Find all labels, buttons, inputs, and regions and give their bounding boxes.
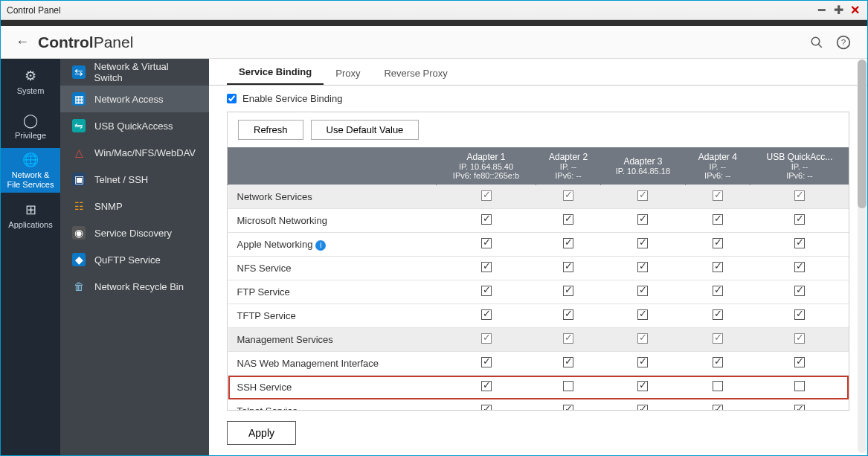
page-title: ControlPanel	[38, 33, 133, 51]
checkbox[interactable]	[637, 357, 648, 367]
checkbox[interactable]	[794, 238, 805, 248]
checkbox[interactable]	[563, 309, 573, 320]
maximize-button[interactable]: ✚	[832, 4, 845, 17]
checkbox[interactable]	[481, 214, 492, 225]
checkbox[interactable]	[563, 238, 573, 248]
subnav-network-access[interactable]: ▦Network Access	[60, 86, 209, 112]
checkbox[interactable]	[563, 262, 573, 272]
subnav-win-mac-nfs-webdav[interactable]: △Win/Mac/NFS/WebDAV	[60, 139, 209, 166]
service-label: Telnet Service	[228, 399, 437, 411]
checkbox[interactable]	[637, 286, 648, 296]
checkbox[interactable]	[713, 190, 723, 201]
nav-label: Applications	[8, 220, 52, 229]
subnav-label: Service Discovery	[94, 228, 172, 239]
checkbox[interactable]	[794, 214, 805, 225]
tab-reverse-proxy[interactable]: Reverse Proxy	[372, 62, 459, 85]
subnav-label: Network Recycle Bin	[94, 281, 184, 292]
checkbox[interactable]	[713, 405, 723, 411]
checkbox[interactable]	[713, 333, 723, 344]
col-adapter-2: Adapter 2IP. --IPv6: --	[536, 147, 601, 185]
checkbox[interactable]	[563, 190, 573, 201]
checkbox[interactable]	[637, 309, 648, 320]
checkbox[interactable]	[563, 333, 573, 344]
subnav-service-discovery[interactable]: ◉Service Discovery	[60, 219, 209, 246]
subnav-quftp-service[interactable]: ◆QuFTP Service	[60, 246, 209, 273]
checkbox[interactable]	[713, 286, 723, 296]
checkbox[interactable]	[637, 405, 648, 411]
subnav-label: Win/Mac/NFS/WebDAV	[94, 147, 196, 158]
scrollbar-thumb[interactable]	[858, 60, 867, 208]
minimize-button[interactable]: ━	[815, 4, 829, 17]
nav-network-file-services[interactable]: 🌐Network &File Services	[1, 148, 60, 193]
checkbox[interactable]	[794, 286, 805, 296]
service-label: TFTP Service	[228, 304, 437, 328]
gear-icon: ⚙	[25, 68, 36, 84]
col-usb-quickaccess: USB QuickAcc...IP. --IPv6: --	[750, 147, 849, 185]
titlebar[interactable]: Control Panel ━ ✚ ✕	[1, 1, 867, 20]
tab-proxy[interactable]: Proxy	[324, 62, 372, 85]
checkbox[interactable]	[481, 357, 492, 367]
checkbox[interactable]	[713, 381, 723, 391]
checkbox[interactable]	[481, 333, 492, 344]
switch-icon: ⇆	[72, 65, 86, 79]
col-service	[228, 147, 437, 185]
use-default-value-button[interactable]: Use Default Value	[311, 120, 419, 140]
checkbox[interactable]	[481, 309, 492, 320]
subnav-telnet-ssh[interactable]: ▣Telnet / SSH	[60, 166, 209, 193]
svg-text:?: ?	[841, 37, 846, 47]
help-icon[interactable]: ?	[835, 33, 852, 51]
checkbox[interactable]	[713, 309, 723, 320]
subnav-snmp[interactable]: ☷SNMP	[60, 193, 209, 219]
checkbox[interactable]	[637, 190, 648, 201]
checkbox[interactable]	[563, 381, 573, 391]
search-icon[interactable]	[808, 33, 826, 51]
subnav-usb-quickaccess[interactable]: ⇋USB QuickAccess	[60, 112, 209, 139]
checkbox[interactable]	[637, 214, 648, 225]
checkbox[interactable]	[637, 333, 648, 344]
checkbox[interactable]	[794, 333, 805, 344]
checkbox[interactable]	[794, 309, 805, 320]
checkbox[interactable]	[794, 262, 805, 272]
refresh-button[interactable]: Refresh	[238, 120, 303, 140]
checkbox[interactable]	[794, 381, 805, 391]
checkbox[interactable]	[563, 357, 573, 367]
checkbox[interactable]	[794, 190, 805, 201]
close-button[interactable]: ✕	[848, 4, 861, 17]
checkbox[interactable]	[481, 381, 492, 391]
info-icon[interactable]: i	[315, 240, 326, 251]
checkbox[interactable]	[713, 357, 723, 367]
checkbox[interactable]	[713, 214, 723, 225]
subnav-network-virtual-switch[interactable]: ⇆Network & Virtual Switch	[60, 59, 209, 86]
usb-icon: ⇋	[72, 119, 86, 132]
checkbox[interactable]	[481, 238, 492, 248]
checkbox[interactable]	[794, 357, 805, 367]
checkbox[interactable]	[637, 262, 648, 272]
checkbox[interactable]	[713, 238, 723, 248]
nav-applications[interactable]: ⊞Applications	[1, 193, 60, 237]
checkbox[interactable]	[563, 286, 573, 296]
checkbox[interactable]	[794, 405, 805, 411]
col-adapter-4: Adapter 4IP. --IPv6: --	[685, 147, 750, 185]
nav-label: System	[17, 86, 45, 95]
checkbox[interactable]	[563, 405, 573, 411]
subnav-label: QuFTP Service	[94, 254, 161, 266]
checkbox[interactable]	[481, 286, 492, 296]
checkbox[interactable]	[481, 262, 492, 272]
tab-service-binding[interactable]: Service Binding	[227, 60, 324, 85]
apply-button[interactable]: Apply	[227, 421, 296, 445]
enable-service-binding-checkbox[interactable]	[227, 94, 237, 103]
checkbox[interactable]	[713, 262, 723, 272]
service-label: NFS Service	[228, 257, 437, 280]
checkbox[interactable]	[563, 214, 573, 225]
nav-system[interactable]: ⚙System	[1, 59, 60, 103]
ftp-icon: ◆	[72, 253, 86, 266]
back-button[interactable]: ←	[16, 34, 30, 50]
checkbox[interactable]	[481, 405, 492, 411]
service-label: FTP Service	[228, 280, 437, 304]
checkbox[interactable]	[481, 190, 492, 201]
checkbox[interactable]	[637, 381, 648, 391]
nav-privilege[interactable]: ◯Privilege	[1, 103, 60, 148]
subnav-network-recycle-bin[interactable]: 🗑Network Recycle Bin	[60, 273, 209, 300]
left-nav: ⚙System ◯Privilege 🌐Network &File Servic…	[1, 59, 60, 455]
checkbox[interactable]	[637, 238, 648, 248]
